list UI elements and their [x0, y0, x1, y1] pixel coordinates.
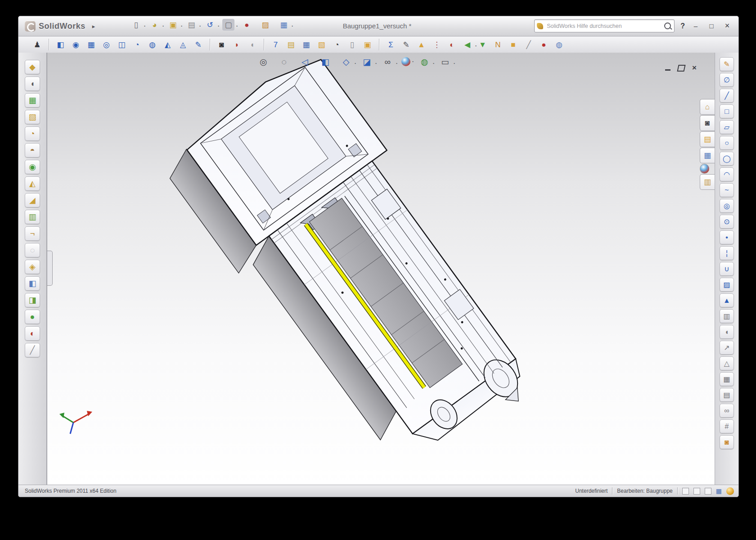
perimeter-circle-icon[interactable]: ◎ [720, 199, 734, 213]
previous-view-icon[interactable]: ◁ [298, 55, 311, 68]
task-pane-file-explorer-icon[interactable]: ▤ [700, 131, 715, 147]
offset-entities-icon[interactable]: ↗ [720, 341, 734, 355]
task-pane-custom-properties-icon[interactable]: ▥ [700, 174, 715, 190]
swept-boss-icon[interactable]: ◔ [25, 126, 40, 141]
assembly-features-icon[interactable]: ◭ [162, 39, 174, 50]
document-preview-icon[interactable]: ▯ [346, 39, 358, 50]
graphics-area[interactable] [47, 53, 715, 485]
print-icon[interactable]: ▤ [185, 19, 198, 31]
area-hatch-icon[interactable]: ▨ [720, 278, 734, 292]
instant3d-icon[interactable]: ▼ [477, 39, 489, 50]
search-box[interactable] [534, 19, 675, 32]
task-pane-design-library-icon[interactable]: ◙ [700, 115, 715, 131]
edit-appearance-icon[interactable]: ● [401, 57, 410, 66]
search-input[interactable] [546, 22, 664, 30]
material-cube-icon[interactable]: ■ [507, 39, 519, 50]
task-pane-appearances-icon[interactable]: ● [700, 164, 709, 174]
document-restore-button[interactable] [677, 65, 685, 72]
hole-alignment-icon[interactable]: ◗ [231, 39, 243, 50]
bill-of-materials-icon[interactable]: ▦ [300, 39, 312, 50]
sketch-slash-icon[interactable]: ╱ [522, 39, 535, 50]
hide-show-items-icon[interactable]: ∞ [381, 55, 394, 68]
mates-icon[interactable]: ◉ [70, 39, 82, 50]
statusbar-panel-box[interactable] [693, 488, 700, 495]
design-library-icon[interactable]: ▤ [285, 39, 297, 50]
smart-fasteners-icon[interactable]: ◎ [100, 39, 112, 50]
equations-icon[interactable]: Σ [385, 39, 397, 50]
linear-sketch-pattern-icon[interactable]: ▦ [720, 372, 734, 386]
edit-component-icon[interactable]: ✎ [192, 39, 204, 50]
statusbar-help-icon[interactable] [726, 487, 734, 495]
ellipse-icon[interactable]: ◯ [720, 152, 734, 166]
task-pane-resources-icon[interactable]: ⌂ [700, 99, 715, 115]
spline-icon[interactable]: ~ [720, 183, 734, 197]
open-folder-icon[interactable]: ▧ [315, 39, 328, 50]
file-properties-icon[interactable]: ▦ [278, 19, 290, 31]
maximize-button[interactable]: □ [706, 22, 716, 30]
extruded-boss-icon[interactable]: ◆ [25, 60, 40, 74]
move-component-icon[interactable]: ◫ [116, 39, 128, 50]
line-icon[interactable]: ╱ [720, 89, 734, 103]
curves-icon[interactable]: ◐ [25, 326, 40, 341]
centerline-icon[interactable]: ¦ [720, 246, 734, 260]
reference-plane-icon[interactable]: ╱ [25, 343, 40, 357]
convert-entities-icon[interactable]: ◖ [720, 325, 734, 339]
toolbox-library-icon[interactable]: N [492, 39, 504, 50]
parallelogram-icon[interactable]: ▱ [720, 120, 734, 134]
linear-component-pattern-icon[interactable]: ▦ [85, 39, 97, 50]
document-close-button[interactable]: × [692, 63, 697, 72]
apply-scene-icon[interactable]: ◍ [418, 55, 431, 68]
hole-wizard-icon[interactable]: ¬ [25, 226, 40, 241]
measure-icon[interactable]: 7 [270, 39, 282, 50]
options-icon[interactable]: ▨ [259, 19, 271, 31]
display-style-icon[interactable]: ◪ [360, 55, 374, 68]
statusbar-panel-box[interactable] [705, 488, 711, 495]
wrap-icon[interactable]: ◧ [25, 276, 40, 291]
rectangle-icon[interactable]: □ [720, 104, 734, 118]
polygon-icon[interactable]: ▲ [720, 293, 734, 307]
select-icon[interactable]: ▢ [222, 19, 234, 31]
help-button[interactable]: ? [680, 22, 685, 30]
smart-dimension-icon[interactable]: ∅ [720, 73, 734, 87]
view-settings-icon[interactable]: ▭ [438, 55, 452, 68]
undo-icon[interactable]: ↺ [204, 19, 216, 31]
costing-icon[interactable]: ● [538, 39, 550, 50]
show-hidden-components-icon[interactable]: ◍ [146, 39, 158, 50]
mirror-feature-icon[interactable]: ◨ [25, 293, 40, 307]
menu-expand-icon[interactable]: ▸ [92, 23, 95, 30]
linear-pattern-icon[interactable]: ▦ [25, 93, 40, 108]
task-pane-view-palette-icon[interactable]: ▦ [700, 148, 715, 163]
cad-model[interactable] [157, 53, 552, 485]
mate-pin-icon[interactable]: ♟ [31, 39, 43, 50]
sketch-icon[interactable]: ✎ [720, 57, 734, 71]
motion-study-icon[interactable]: ◐ [446, 39, 458, 50]
design-table-icon[interactable]: ✎ [400, 39, 412, 50]
reference-geometry-icon[interactable]: ◬ [177, 39, 189, 50]
circular-references-icon[interactable]: ◀ [461, 39, 473, 50]
point-icon[interactable]: ⊙ [720, 215, 734, 229]
model-viewport[interactable]: ◎◌◁◧◇◪∞●◍▭ × [47, 53, 715, 485]
close-button[interactable]: × [722, 21, 732, 31]
shell-icon[interactable]: ◌ [25, 243, 40, 257]
document-minimize-button[interactable] [665, 69, 670, 71]
open-icon[interactable]: ◕ [148, 19, 161, 31]
search-icon[interactable] [664, 22, 671, 29]
lofted-boss-icon[interactable]: ◈ [25, 260, 40, 274]
section-view-icon[interactable]: ◧ [319, 55, 332, 68]
rib-icon[interactable]: ▥ [25, 210, 40, 224]
overflow-dots-icon[interactable]: ⋮ [431, 39, 443, 50]
exit-sketch-icon[interactable]: ◙ [720, 435, 734, 449]
rotate-component-icon[interactable]: ◔ [131, 39, 143, 50]
circle-icon[interactable]: ○ [720, 136, 734, 150]
render-sphere-icon[interactable]: ◍ [553, 39, 565, 50]
sketch-chamfer-icon[interactable]: △ [720, 356, 734, 370]
chamfer-icon[interactable]: ◢ [25, 193, 40, 207]
interference-detection-icon[interactable]: ◙ [216, 39, 228, 50]
dome-icon[interactable]: ◓ [25, 143, 40, 158]
insert-components-icon[interactable]: ◧ [54, 39, 67, 50]
arc-icon[interactable]: ◠ [720, 167, 734, 181]
feature-manager-collapsed-tab[interactable] [47, 251, 53, 286]
statusbar-grid-icon[interactable]: ▦ [716, 487, 722, 495]
mirror-about-line-icon[interactable]: ▤ [720, 388, 734, 402]
quick-snaps-icon[interactable]: # [720, 419, 734, 433]
